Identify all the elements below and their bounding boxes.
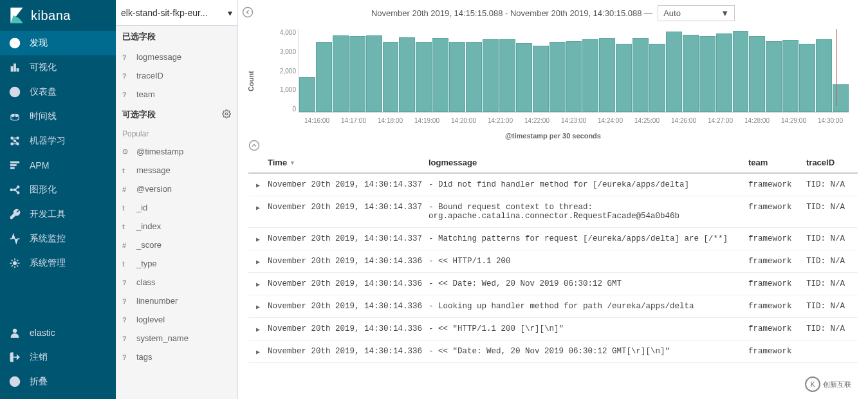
- chart-bar[interactable]: [483, 39, 499, 112]
- field-item[interactable]: t_type: [116, 254, 237, 273]
- nav-label: 图形化: [30, 184, 57, 196]
- expand-row-icon[interactable]: ▶: [248, 234, 268, 243]
- cell-team: framework: [748, 347, 806, 356]
- nav-item-wrench[interactable]: 开发工具: [0, 202, 116, 227]
- cell-team: framework: [748, 257, 806, 266]
- expand-row-icon[interactable]: ▶: [248, 302, 268, 311]
- scroll-top-button[interactable]: [248, 140, 260, 151]
- chart-bar[interactable]: [666, 32, 682, 112]
- column-traceid[interactable]: traceID: [806, 158, 858, 167]
- chart-bar[interactable]: [749, 36, 765, 112]
- chart-bar[interactable]: [616, 44, 632, 112]
- chart-bar[interactable]: [733, 31, 749, 112]
- field-type-icon: t: [122, 260, 131, 268]
- chart-bar[interactable]: [349, 36, 365, 112]
- field-item[interactable]: ?linenumber: [116, 292, 237, 310]
- chart-bar[interactable]: [466, 42, 482, 112]
- chart-bar[interactable]: [633, 38, 649, 112]
- field-item[interactable]: ?logmessage: [116, 48, 237, 66]
- field-item[interactable]: ⊙@timestamp: [116, 142, 237, 161]
- chart-bar[interactable]: [366, 35, 382, 112]
- selected-fields-header: 已选字段: [116, 26, 237, 48]
- index-pattern-selector[interactable]: elk-stand-sit-fkp-eur... ▾: [116, 0, 237, 26]
- field-item[interactable]: ?system_name: [116, 329, 237, 348]
- column-time[interactable]: Time ▼: [268, 158, 429, 167]
- chart-bar[interactable]: [833, 84, 849, 112]
- expand-row-icon[interactable]: ▶: [248, 180, 268, 189]
- fields-settings-gear-icon[interactable]: [222, 109, 231, 120]
- nav-item-owl[interactable]: 时间线: [0, 104, 116, 129]
- chart-bar[interactable]: [399, 37, 415, 112]
- dropdown-arrow-icon: ▼: [721, 8, 729, 18]
- field-item[interactable]: ?loglevel: [116, 310, 237, 329]
- nav-item-apm[interactable]: APM: [0, 153, 116, 178]
- nav-item-gear[interactable]: 系统管理: [0, 251, 116, 275]
- field-item[interactable]: ?class: [116, 273, 237, 292]
- field-type-icon: ?: [122, 297, 131, 305]
- expand-row-icon[interactable]: ▶: [248, 203, 268, 212]
- svg-line-16: [15, 142, 17, 143]
- cell-traceid: TID: N/A: [806, 302, 858, 311]
- chart-bar[interactable]: [516, 43, 532, 113]
- table-header: Time ▼ logmessage team traceID: [248, 151, 858, 174]
- nav-label: 系统监控: [30, 233, 66, 245]
- field-item[interactable]: t_id: [116, 198, 237, 217]
- chart-bar[interactable]: [799, 44, 815, 112]
- nav-item-heartbeat[interactable]: 系统监控: [0, 227, 116, 251]
- nav-item-collapse[interactable]: 折叠: [0, 369, 116, 394]
- bar-chart-icon: [9, 62, 21, 73]
- cell-logmessage: - Did not find handler method for [/eure…: [429, 180, 748, 189]
- chart-bar[interactable]: [816, 39, 832, 112]
- chart-bar[interactable]: [683, 35, 699, 112]
- nav-item-user[interactable]: elastic: [0, 320, 116, 345]
- chart-bar[interactable]: [316, 42, 332, 112]
- chart-bar[interactable]: [716, 33, 732, 112]
- field-item[interactable]: #@version: [116, 180, 237, 198]
- field-item[interactable]: t_index: [116, 217, 237, 236]
- logo[interactable]: kibana: [0, 0, 116, 31]
- chart-bar[interactable]: [699, 36, 716, 112]
- nav-item-compass[interactable]: 发现: [0, 31, 116, 55]
- chart-bar[interactable]: [782, 40, 799, 112]
- chart-bar[interactable]: [599, 38, 615, 112]
- nav-item-clock[interactable]: 仪表盘: [0, 80, 116, 104]
- histogram-chart[interactable]: Count 4,0003,0002,0001,0000 14:16:0014:1…: [238, 26, 868, 136]
- nav-item-bar-chart[interactable]: 可视化: [0, 55, 116, 80]
- heartbeat-icon: [9, 233, 21, 245]
- nav-item-logout[interactable]: 注销: [0, 345, 116, 369]
- collapse-sidebar-icon[interactable]: [242, 6, 254, 18]
- field-item[interactable]: tmessage: [116, 161, 237, 180]
- field-type-icon: ?: [122, 316, 131, 324]
- expand-row-icon[interactable]: ▶: [248, 257, 268, 266]
- chart-bar[interactable]: [299, 77, 315, 112]
- field-item[interactable]: ?traceID: [116, 66, 237, 85]
- interval-value: Auto: [663, 8, 681, 18]
- chart-bar[interactable]: [533, 46, 549, 112]
- chart-bar[interactable]: [449, 42, 465, 112]
- chart-bar[interactable]: [549, 42, 566, 112]
- expand-row-icon[interactable]: ▶: [248, 279, 268, 288]
- chart-bar[interactable]: [416, 42, 432, 112]
- field-item[interactable]: #_score: [116, 236, 237, 254]
- table-row: ▶ November 20th 2019, 14:30:14.336 - << …: [248, 340, 858, 363]
- nav-item-ml[interactable]: 机器学习: [0, 129, 116, 153]
- chart-bar[interactable]: [383, 42, 399, 112]
- time-range-header: November 20th 2019, 14:15:15.088 - Novem…: [238, 0, 868, 26]
- column-team[interactable]: team: [748, 158, 806, 167]
- column-logmessage[interactable]: logmessage: [429, 158, 748, 167]
- interval-select[interactable]: Auto ▼: [658, 5, 735, 21]
- chart-bar[interactable]: [582, 39, 598, 112]
- chart-bar[interactable]: [566, 41, 582, 112]
- chart-bar[interactable]: [333, 35, 349, 112]
- expand-row-icon[interactable]: ▶: [248, 324, 268, 333]
- chart-bar[interactable]: [766, 41, 782, 112]
- nav-item-graph[interactable]: 图形化: [0, 178, 116, 202]
- expand-row-icon[interactable]: ▶: [248, 347, 268, 356]
- field-item[interactable]: ?team: [116, 85, 237, 104]
- field-item[interactable]: ?tags: [116, 348, 237, 366]
- chart-bar[interactable]: [649, 44, 665, 112]
- field-name: linenumber: [136, 296, 178, 306]
- chart-bar[interactable]: [432, 38, 448, 112]
- kibana-logo-icon: [8, 6, 26, 24]
- chart-bar[interactable]: [499, 39, 515, 112]
